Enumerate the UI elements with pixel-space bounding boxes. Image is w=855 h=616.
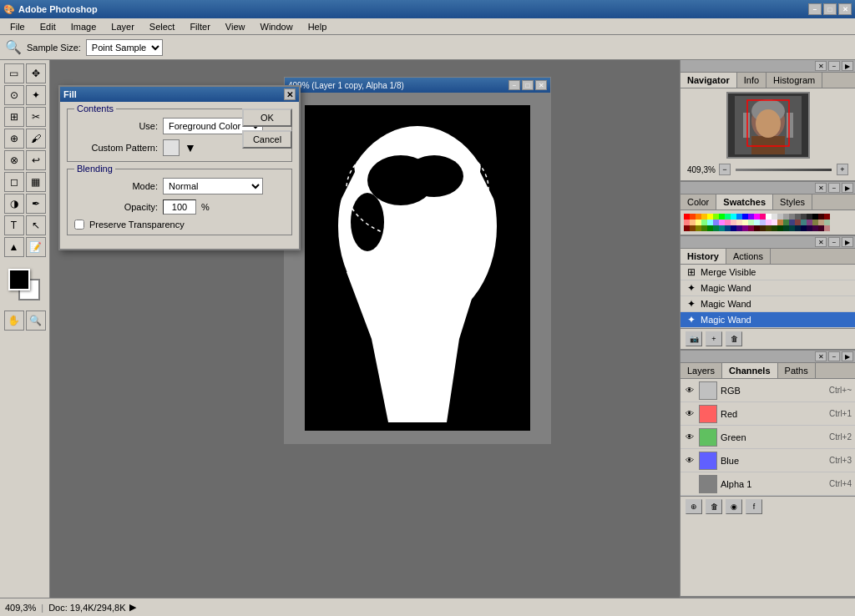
color-swatch-cell[interactable] [707, 225, 713, 231]
slice-tool[interactable]: ✂ [26, 107, 46, 127]
color-swatch-cell[interactable] [772, 214, 777, 220]
color-swatch-cell[interactable] [760, 214, 766, 220]
color-swatch-cell[interactable] [719, 220, 725, 225]
color-swatch-cell[interactable] [777, 220, 783, 225]
lasso-tool[interactable]: ⊙ [4, 85, 24, 105]
zoom-tool[interactable]: 🔍 [26, 311, 46, 331]
color-swatch-cell[interactable] [742, 214, 748, 220]
color-swatch-cell[interactable] [801, 220, 807, 225]
maximize-button[interactable]: □ [823, 3, 837, 15]
tab-actions[interactable]: Actions [726, 249, 771, 264]
color-swatch-cell[interactable] [766, 220, 772, 225]
history-delete[interactable]: 🗑 [726, 331, 742, 346]
opacity-input[interactable] [163, 199, 196, 215]
layers-close-icon[interactable]: ✕ [815, 351, 827, 361]
color-swatch-cell[interactable] [766, 225, 772, 231]
minimize-button[interactable]: − [808, 3, 822, 15]
swatches-close-icon[interactable]: ✕ [815, 183, 827, 193]
history-item[interactable]: ✦Magic Wand [680, 312, 855, 328]
color-swatch-cell[interactable] [696, 220, 701, 225]
tab-navigator[interactable]: Navigator [680, 73, 737, 88]
color-swatch-cell[interactable] [742, 225, 748, 231]
doc-close[interactable]: ✕ [535, 80, 547, 90]
color-swatch-cell[interactable] [742, 220, 748, 225]
color-swatch-cell[interactable] [807, 214, 812, 220]
color-swatch-cell[interactable] [795, 214, 801, 220]
color-swatch-cell[interactable] [777, 214, 783, 220]
layer-mask[interactable]: ◉ [726, 499, 742, 514]
layer-item[interactable]: 👁RGBCtrl+~ [680, 379, 855, 402]
color-swatch-cell[interactable] [807, 220, 812, 225]
color-swatch-cell[interactable] [713, 220, 719, 225]
pattern-arrow[interactable]: ▼ [185, 141, 196, 154]
foreground-color-swatch[interactable] [8, 269, 30, 290]
pen-tool[interactable]: ✒ [26, 194, 46, 214]
layer-visibility-icon[interactable]: 👁 [684, 455, 696, 467]
layers-minimize-icon[interactable]: − [828, 351, 840, 361]
zoom-in-btn[interactable]: + [837, 164, 848, 175]
color-swatch-cell[interactable] [818, 220, 824, 225]
color-swatch-cell[interactable] [690, 220, 696, 225]
history-minimize-icon[interactable]: − [828, 237, 840, 247]
layer-item[interactable]: Alpha 1Ctrl+4 [680, 472, 855, 496]
swatches-arrow-icon[interactable]: ▶ [842, 183, 853, 193]
close-button[interactable]: ✕ [838, 3, 852, 15]
color-swatch-cell[interactable] [701, 220, 707, 225]
color-swatch-cell[interactable] [812, 214, 818, 220]
notes-tool[interactable]: 📝 [26, 237, 46, 257]
menu-layer[interactable]: Layer [104, 20, 141, 33]
magic-wand-tool[interactable]: ✦ [26, 85, 46, 105]
text-tool[interactable]: T [4, 215, 24, 235]
color-swatch-cell[interactable] [707, 214, 713, 220]
tab-history[interactable]: History [680, 249, 726, 264]
doc-minimize[interactable]: − [508, 80, 520, 90]
color-swatch-cell[interactable] [783, 220, 789, 225]
shape-tool[interactable]: ▲ [4, 237, 24, 257]
color-swatch-cell[interactable] [690, 214, 696, 220]
layer-item[interactable]: 👁GreenCtrl+2 [680, 426, 855, 449]
color-swatch-cell[interactable] [772, 225, 777, 231]
color-swatch-cell[interactable] [812, 220, 818, 225]
menu-image[interactable]: Image [64, 20, 104, 33]
ok-button[interactable]: OK [242, 109, 292, 127]
menu-window[interactable]: Window [254, 20, 300, 33]
color-swatch-cell[interactable] [795, 225, 801, 231]
color-swatch-cell[interactable] [731, 220, 736, 225]
mode-select[interactable]: Normal Dissolve Multiply [163, 178, 263, 194]
doc-maximize[interactable]: □ [522, 80, 534, 90]
layer-new[interactable]: ⊕ [686, 499, 702, 514]
color-swatch-cell[interactable] [754, 214, 760, 220]
swatches-minimize-icon[interactable]: − [828, 183, 840, 193]
history-brush-tool[interactable]: ↩ [26, 150, 46, 170]
color-swatch-cell[interactable] [748, 220, 754, 225]
color-swatch-cell[interactable] [812, 225, 818, 231]
color-swatch-cell[interactable] [736, 225, 742, 231]
path-select-tool[interactable]: ↖ [26, 215, 46, 235]
color-swatch-cell[interactable] [795, 220, 801, 225]
history-create-new[interactable]: + [706, 331, 722, 346]
history-item[interactable]: ⊞Merge Visible [680, 265, 855, 280]
layer-visibility-icon[interactable]: 👁 [684, 385, 696, 396]
eraser-tool[interactable]: ◻ [4, 172, 24, 192]
history-item[interactable]: ✦Magic Wand [680, 280, 855, 296]
layer-delete[interactable]: 🗑 [706, 499, 722, 514]
history-close-icon[interactable]: ✕ [815, 237, 827, 247]
panel-minimize-icon[interactable]: − [828, 61, 840, 71]
layer-visibility-icon[interactable] [684, 478, 696, 490]
history-arrow-icon[interactable]: ▶ [842, 237, 853, 247]
color-swatch-cell[interactable] [684, 214, 690, 220]
stamp-tool[interactable]: ⊗ [4, 150, 24, 170]
color-swatch-cell[interactable] [818, 214, 824, 220]
menu-help[interactable]: Help [301, 20, 334, 33]
layer-visibility-icon[interactable]: 👁 [684, 432, 696, 443]
tab-styles[interactable]: Styles [773, 194, 812, 210]
color-swatch-cell[interactable] [736, 214, 742, 220]
color-swatch-cell[interactable] [777, 225, 783, 231]
color-swatch-cell[interactable] [701, 225, 707, 231]
pattern-swatch[interactable] [163, 139, 180, 156]
color-swatch-cell[interactable] [713, 225, 719, 231]
color-swatch-cell[interactable] [824, 220, 830, 225]
layer-item[interactable]: 👁BlueCtrl+3 [680, 449, 855, 472]
color-swatch-cell[interactable] [807, 225, 812, 231]
preserve-transparency-checkbox[interactable] [74, 220, 84, 230]
